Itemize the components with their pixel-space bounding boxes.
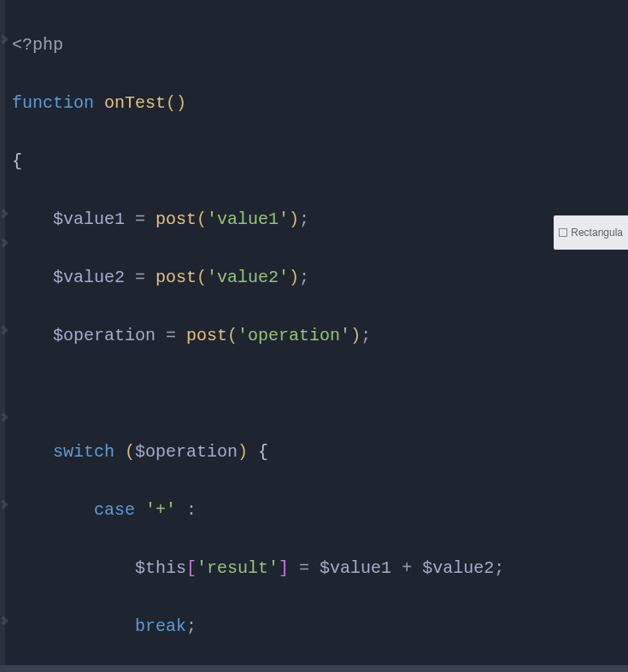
- string-literal: 'value1': [207, 209, 289, 229]
- function-call: post: [156, 268, 197, 287]
- parens: (): [166, 93, 186, 113]
- rect-label: Rectangula: [571, 218, 623, 247]
- status-bar: [0, 665, 628, 672]
- keyword-switch: switch: [53, 442, 114, 462]
- string-literal: '+': [145, 500, 176, 520]
- string-literal: 'operation': [238, 326, 350, 345]
- brace-open: {: [12, 151, 22, 171]
- string-literal: 'result': [197, 558, 279, 578]
- variable: $value1: [53, 209, 125, 229]
- code-editor[interactable]: <?php function onTest() { $value1 = post…: [0, 0, 628, 672]
- keyword-function: function: [12, 93, 94, 113]
- variable: $operation: [135, 442, 238, 462]
- variable: $operation: [53, 326, 156, 345]
- function-name: onTest: [104, 93, 166, 113]
- php-open-tag: <?php: [12, 35, 63, 55]
- rectangular-snip-button[interactable]: Rectangula: [554, 215, 628, 250]
- keyword-break: break: [135, 616, 186, 636]
- variable-this: $this: [135, 558, 186, 578]
- function-call: post: [186, 326, 227, 345]
- string-literal: 'value2': [207, 268, 289, 287]
- keyword-case: case: [94, 500, 135, 520]
- variable: $value2: [53, 268, 125, 287]
- function-call: post: [156, 209, 197, 229]
